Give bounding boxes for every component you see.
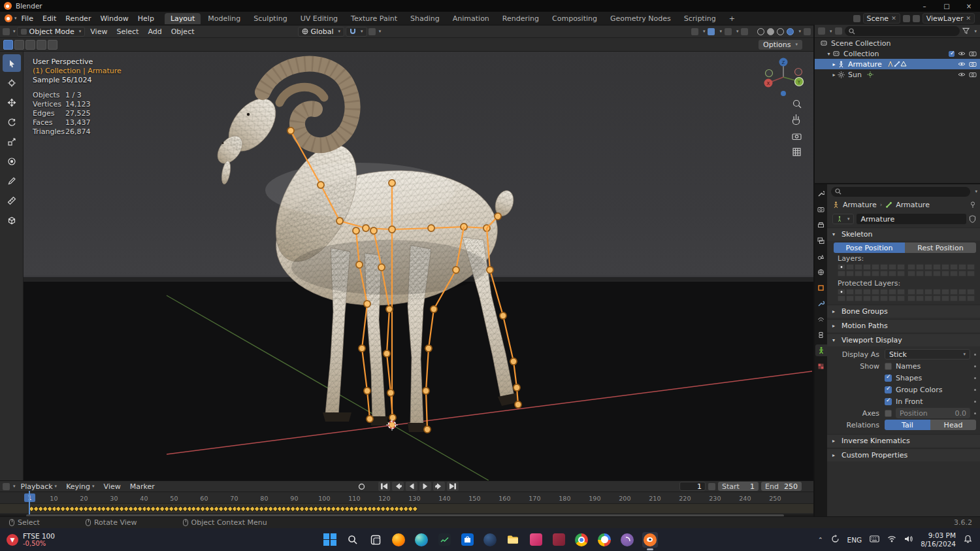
database-app[interactable] [551, 532, 566, 548]
layer-toggle[interactable] [863, 264, 871, 270]
section-skeleton[interactable]: ▾Skeleton [827, 227, 980, 241]
zoom-icon[interactable] [794, 101, 802, 109]
header-extra-icon[interactable] [804, 28, 811, 35]
stocks-widget[interactable]: ▼ FTSE 100 -0,50% [0, 532, 157, 548]
tab-shading[interactable]: Shading [404, 13, 446, 24]
edge-app[interactable] [414, 532, 429, 548]
layer-toggle[interactable] [838, 271, 845, 276]
eye-icon[interactable] [958, 71, 966, 78]
move-tool[interactable] [3, 93, 21, 111]
playhead-line[interactable] [29, 491, 30, 514]
layer-toggle[interactable] [846, 271, 854, 276]
notification-bell-icon[interactable] [964, 535, 972, 544]
layer-toggle[interactable] [933, 295, 941, 301]
layer-toggle[interactable] [846, 295, 854, 301]
outliner-row-collection[interactable]: ▾ Collection [815, 48, 980, 59]
display-mode-icon[interactable] [835, 27, 842, 35]
layer-toggle[interactable] [916, 271, 924, 276]
tab-render[interactable] [815, 203, 827, 215]
menu-help[interactable]: Help [133, 14, 159, 23]
breadcrumb-object[interactable]: Armature [843, 201, 877, 209]
head-button[interactable]: Head [930, 420, 976, 430]
outliner-search-input[interactable] [845, 26, 960, 36]
menu-select[interactable]: Select [112, 27, 142, 36]
layer-toggle[interactable] [967, 295, 975, 301]
layer-toggle[interactable] [907, 289, 915, 295]
layer-toggle[interactable] [863, 271, 871, 276]
select-mode-extend-icon[interactable] [14, 40, 24, 50]
shading-material-icon[interactable] [777, 28, 784, 35]
pin-icon[interactable] [970, 201, 976, 209]
keyframe-track[interactable] [0, 504, 813, 514]
previous-keyframe-button[interactable] [392, 482, 404, 491]
mode-dropdown[interactable]: Object Mode ▾ [17, 27, 86, 37]
blender-menu-icon[interactable] [5, 14, 12, 22]
layer-toggle[interactable] [846, 289, 854, 295]
blender-app[interactable] [642, 532, 658, 548]
transform-orientation-dropdown[interactable]: Global ▾ [298, 27, 345, 37]
tab-object-constraints[interactable] [815, 329, 827, 341]
eye-icon[interactable] [958, 50, 966, 57]
select-mode-new-icon[interactable] [3, 40, 13, 50]
tray-sync-icon[interactable] [831, 535, 840, 544]
menu-render[interactable]: Render [61, 14, 95, 23]
disclosure-icon[interactable]: ▸ [830, 61, 838, 67]
layer-toggle[interactable] [897, 271, 905, 276]
maximize-button[interactable]: □ [936, 0, 958, 12]
layer-toggle[interactable] [924, 289, 932, 295]
timeline-editor-icon[interactable] [3, 483, 10, 490]
new-scene-icon[interactable] [903, 15, 910, 22]
menu-view[interactable]: View [86, 27, 111, 36]
menu-add[interactable]: Add [144, 27, 165, 36]
layer-toggle[interactable] [967, 264, 975, 270]
tab-texture[interactable] [815, 360, 827, 372]
stocks-app[interactable] [436, 532, 452, 548]
layer-toggle[interactable] [880, 289, 888, 295]
pose-position-button[interactable]: Pose Position [834, 242, 905, 253]
layer-toggle[interactable] [872, 289, 879, 295]
layer-toggle[interactable] [941, 264, 949, 270]
google-app[interactable] [596, 532, 612, 548]
layer-toggle[interactable] [863, 289, 871, 295]
layer-toggle[interactable] [933, 289, 941, 295]
id-type-dropdown[interactable]: ▾ [832, 214, 854, 224]
layer-toggle[interactable] [950, 264, 958, 270]
menu-edit[interactable]: Edit [38, 14, 61, 23]
layer-toggle[interactable] [950, 289, 958, 295]
layer-toggle[interactable] [958, 289, 966, 295]
layer-toggle[interactable] [933, 271, 941, 276]
layer-toggle[interactable] [897, 264, 905, 270]
steam-app[interactable] [482, 532, 498, 548]
tab-modeling[interactable]: Modeling [202, 13, 246, 24]
keying-set-icon[interactable] [708, 483, 715, 490]
layer-toggle[interactable] [933, 264, 941, 270]
tab-output[interactable] [815, 219, 827, 231]
tab-scripting[interactable]: Scripting [678, 13, 722, 24]
gizmos-toggle-icon[interactable] [708, 28, 715, 35]
tab-layout[interactable]: Layout [165, 13, 201, 24]
select-mode-intersect-icon[interactable] [48, 40, 57, 50]
file-explorer-app[interactable] [505, 532, 521, 548]
layer-toggle[interactable] [967, 271, 975, 276]
layer-toggle[interactable] [950, 295, 958, 301]
task-view-button[interactable] [368, 532, 384, 548]
tab-tool[interactable] [815, 188, 827, 199]
filter-icon[interactable] [962, 27, 970, 35]
axes-position-field[interactable]: Position 0.0 [896, 408, 970, 418]
pan-hand-icon[interactable] [793, 114, 800, 125]
layer-toggle[interactable] [907, 264, 915, 270]
camera-icon[interactable] [969, 61, 977, 67]
names-checkbox[interactable] [885, 363, 892, 370]
viewlayer-selector[interactable]: ViewLayer ✕ [923, 13, 975, 24]
close-button[interactable]: × [958, 0, 980, 12]
viber-app[interactable] [619, 532, 635, 548]
layer-toggle[interactable] [872, 264, 879, 270]
current-frame-field[interactable]: 1 [679, 482, 706, 491]
play-reverse-button[interactable] [406, 482, 417, 491]
tweak-select-tool[interactable] [3, 54, 21, 72]
add-workspace-button[interactable]: + [723, 13, 741, 24]
tab-texture-paint[interactable]: Texture Paint [345, 13, 403, 24]
layer-toggle[interactable] [838, 295, 845, 301]
next-keyframe-button[interactable] [433, 482, 445, 491]
layer-toggle[interactable] [958, 264, 966, 270]
